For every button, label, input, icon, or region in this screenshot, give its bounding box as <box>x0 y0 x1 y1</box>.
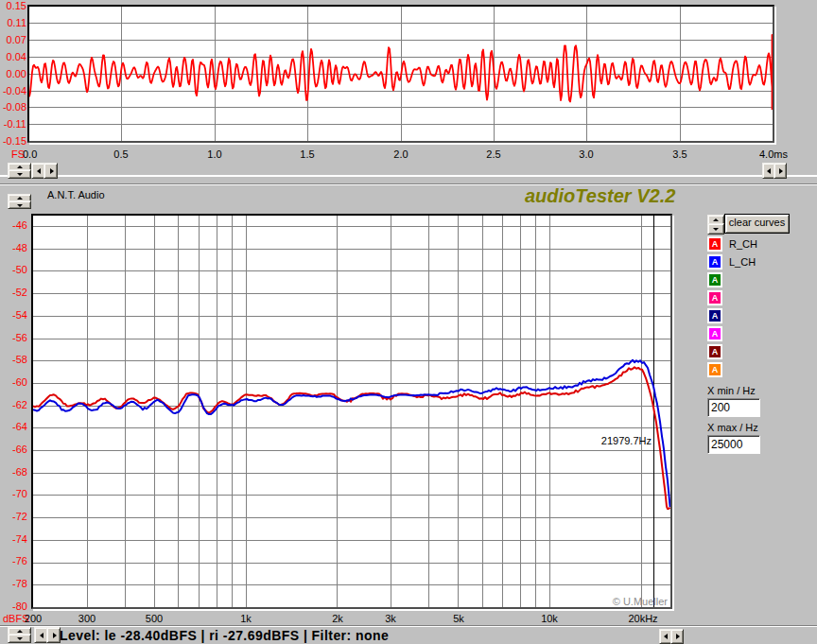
svg-text:© U.Mueller: © U.Mueller <box>613 596 669 607</box>
svg-text:21979.7Hz: 21979.7Hz <box>601 435 652 446</box>
